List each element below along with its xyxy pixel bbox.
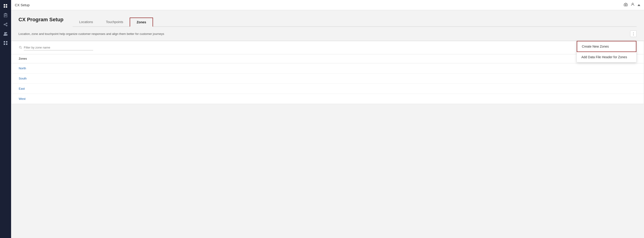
topbar-actions: [624, 2, 640, 8]
table-row: East: [11, 84, 644, 94]
sidebar-item-users[interactable]: [2, 30, 10, 38]
main-area: CX Setup CX Program Setup Locatio: [11, 0, 644, 238]
svg-line-12: [5, 24, 6, 24]
svg-rect-18: [4, 44, 5, 45]
table-row: West: [11, 94, 644, 104]
add-data-file-header-item[interactable]: Add Data File Header for Zones: [577, 52, 636, 62]
zone-filter-input[interactable]: [24, 45, 93, 50]
zone-north[interactable]: North: [11, 63, 644, 74]
tabs-container: Locations Touchpoints Zones: [72, 18, 636, 27]
more-options-button[interactable]: ⋮: [630, 30, 636, 37]
svg-point-22: [632, 3, 633, 4]
table-row: North: [11, 63, 644, 74]
svg-point-11: [6, 25, 7, 26]
filter-bar: [11, 41, 644, 54]
content-area: CX Program Setup Locations Touchpoints Z…: [11, 10, 644, 238]
svg-rect-17: [6, 41, 8, 42]
svg-rect-3: [6, 6, 7, 8]
zones-table: Zones North South East West: [11, 54, 644, 104]
svg-point-9: [6, 23, 7, 24]
ellipsis-icon: ⋮: [632, 32, 635, 36]
sidebar: [0, 0, 11, 238]
topbar-title: CX Setup: [15, 3, 621, 7]
tab-locations[interactable]: Locations: [72, 18, 100, 26]
sidebar-item-apps[interactable]: [2, 39, 10, 47]
table-container: Zones North South East West: [11, 41, 644, 104]
svg-rect-0: [4, 4, 5, 6]
sidebar-item-grid[interactable]: [2, 2, 10, 10]
create-new-zones-item[interactable]: Create New Zones: [577, 41, 636, 52]
zone-west[interactable]: West: [11, 94, 644, 104]
svg-rect-19: [6, 44, 8, 45]
bank-icon[interactable]: [624, 2, 628, 8]
svg-point-15: [6, 32, 7, 34]
dropdown-menu: Create New Zones Add Data File Header fo…: [576, 41, 636, 62]
table-row: South: [11, 74, 644, 84]
svg-line-13: [5, 25, 6, 26]
svg-point-14: [4, 32, 6, 34]
page-header: CX Program Setup Locations Touchpoints Z…: [11, 10, 644, 27]
chevron-right-icon: [638, 4, 640, 6]
svg-rect-5: [5, 13, 6, 14]
user-icon[interactable]: [630, 2, 635, 8]
svg-rect-2: [4, 6, 5, 8]
description-text: Location, zone and touchpoint help organ…: [18, 32, 164, 36]
zone-east[interactable]: East: [11, 84, 644, 94]
tab-touchpoints[interactable]: Touchpoints: [100, 18, 130, 26]
topbar: CX Setup: [11, 0, 644, 10]
tab-zones[interactable]: Zones: [130, 18, 153, 27]
svg-rect-21: [625, 5, 626, 6]
page-title: CX Program Setup: [18, 16, 63, 23]
zones-column-header: Zones: [11, 54, 644, 63]
svg-rect-16: [4, 41, 5, 42]
sidebar-item-share[interactable]: [2, 20, 10, 29]
svg-point-23: [19, 46, 21, 48]
svg-rect-1: [6, 4, 7, 6]
sidebar-item-clipboard[interactable]: [2, 11, 10, 20]
description-bar: Location, zone and touchpoint help organ…: [11, 27, 644, 41]
zone-south[interactable]: South: [11, 74, 644, 84]
search-icon: [19, 46, 22, 50]
svg-line-24: [21, 48, 22, 48]
svg-point-10: [4, 24, 5, 25]
svg-rect-20: [624, 4, 628, 6]
